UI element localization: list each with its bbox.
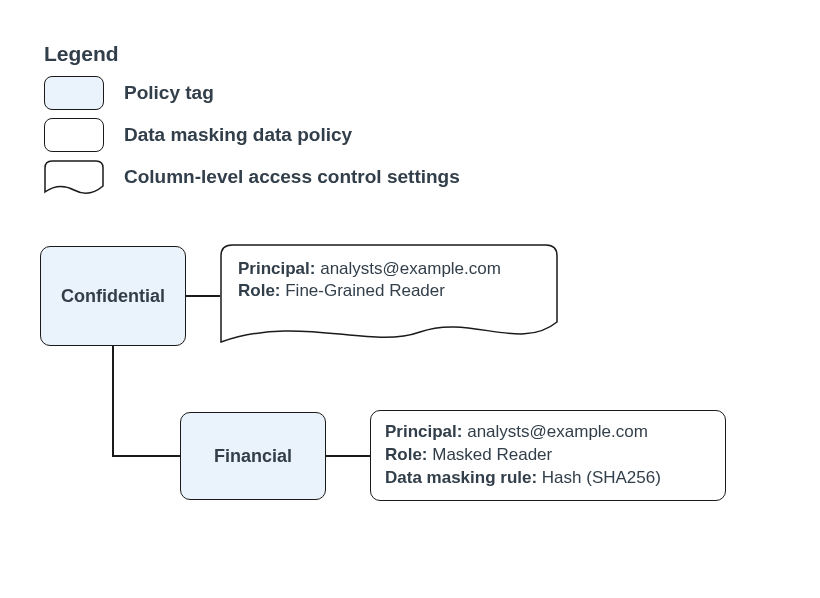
acl-conf-principal-value: analysts@example.com	[315, 259, 500, 278]
legend-label-acl: Column-level access control settings	[124, 166, 460, 188]
dp-fin-rule-row: Data masking rule: Hash (SHA256)	[385, 467, 711, 490]
connector-fin-to-policy	[326, 455, 370, 457]
dp-fin-principal-value: analysts@example.com	[462, 422, 647, 441]
dp-fin-role-value: Masked Reader	[428, 445, 553, 464]
dp-fin-role-label: Role:	[385, 445, 428, 464]
dp-fin-role-row: Role: Masked Reader	[385, 444, 711, 467]
policy-tag-financial: Financial	[180, 412, 326, 500]
acl-conf-role-row: Role: Fine-Grained Reader	[238, 280, 548, 302]
legend-label-policy-tag: Policy tag	[124, 82, 214, 104]
dp-fin-principal-label: Principal:	[385, 422, 462, 441]
acl-note-confidential-content: Principal: analysts@example.com Role: Fi…	[238, 258, 548, 302]
legend-swatch-policy-tag	[44, 76, 104, 110]
diagram-canvas: Legend Policy tag Data masking data poli…	[0, 0, 820, 598]
connector-conf-to-fin	[112, 455, 180, 457]
acl-conf-principal-label: Principal:	[238, 259, 315, 278]
policy-tag-financial-label: Financial	[214, 446, 292, 467]
dp-fin-rule-value: Hash (SHA256)	[537, 468, 661, 487]
dp-fin-rule-label: Data masking rule:	[385, 468, 537, 487]
connector-conf-to-acl	[186, 295, 220, 297]
legend-label-data-policy: Data masking data policy	[124, 124, 352, 146]
policy-tag-confidential-label: Confidential	[61, 286, 165, 307]
data-policy-financial: Principal: analysts@example.com Role: Ma…	[370, 410, 726, 501]
acl-conf-principal-row: Principal: analysts@example.com	[238, 258, 548, 280]
acl-conf-role-label: Role:	[238, 281, 281, 300]
acl-conf-role-value: Fine-Grained Reader	[281, 281, 445, 300]
legend-swatch-data-policy	[44, 118, 104, 152]
legend-title: Legend	[44, 42, 119, 66]
dp-fin-principal-row: Principal: analysts@example.com	[385, 421, 711, 444]
legend-swatch-acl	[44, 160, 104, 200]
connector-conf-down	[112, 346, 114, 456]
policy-tag-confidential: Confidential	[40, 246, 186, 346]
